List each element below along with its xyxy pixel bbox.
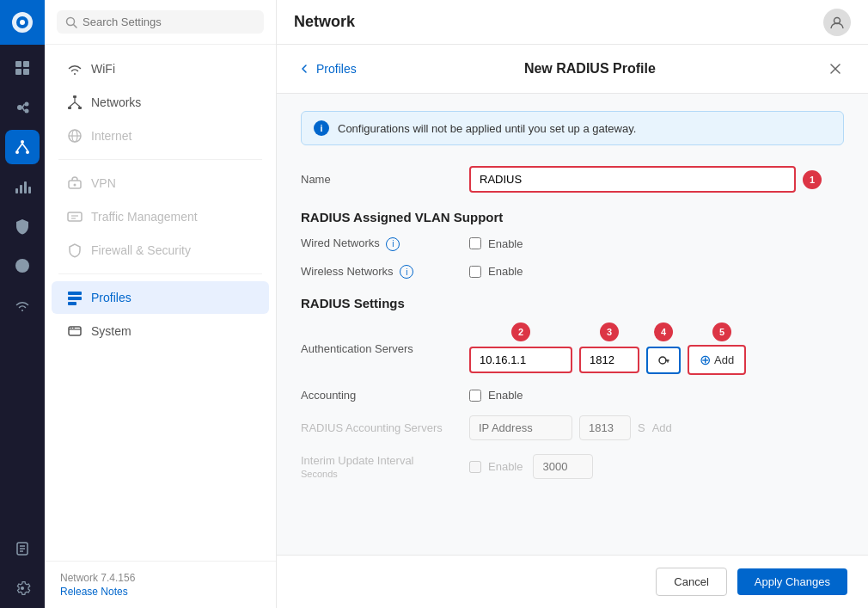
sidebar-icon-notes[interactable] — [5, 531, 40, 566]
app-title: Network — [294, 13, 813, 31]
accounting-control: Enable — [469, 389, 844, 402]
sidebar-footer: Network 7.4.156 Release Notes — [45, 561, 276, 608]
sidebar-icon-settings[interactable] — [5, 571, 40, 605]
sidebar-item-traffic[interactable]: Traffic Management — [52, 200, 269, 233]
breadcrumb-back-icon — [297, 62, 311, 76]
auth-ip-input[interactable] — [469, 347, 572, 373]
accounting-row: Accounting Enable — [301, 389, 844, 402]
wireless-networks-row: Wireless Networks i Enable — [301, 265, 844, 279]
app-logo — [0, 0, 45, 45]
auth-server-inputs: ⊕ Add — [469, 345, 844, 375]
sidebar-item-system[interactable]: System — [52, 315, 269, 347]
svg-rect-4 — [23, 61, 29, 67]
svg-point-13 — [15, 150, 19, 154]
interim-control: Enable — [469, 454, 844, 479]
sidebar-item-traffic-label: Traffic Management — [91, 210, 198, 224]
wireless-enable-label[interactable]: Enable — [488, 265, 523, 278]
breadcrumb[interactable]: Profiles — [297, 62, 357, 76]
svg-rect-47 — [69, 327, 81, 335]
icon-bar — [0, 0, 45, 608]
auth-servers-label: Authentication Servers — [301, 342, 455, 355]
accounting-enable-checkbox[interactable] — [469, 390, 481, 402]
sidebar-item-profiles[interactable]: Profiles — [52, 281, 269, 314]
wireless-tooltip-icon[interactable]: i — [400, 265, 413, 279]
svg-line-11 — [22, 107, 25, 111]
sidebar-item-vpn[interactable]: VPN — [52, 167, 269, 200]
sidebar-icon-security[interactable] — [5, 209, 40, 243]
step-3-badge: 3 — [600, 322, 619, 341]
panel-close-button[interactable] — [823, 57, 847, 81]
nav-divider-2 — [58, 273, 262, 274]
interim-label: Interim Update Interval Seconds — [301, 454, 455, 479]
apply-changes-button[interactable]: Apply Changes — [737, 568, 847, 595]
svg-rect-3 — [15, 61, 21, 67]
add-server-button[interactable]: ⊕ Add — [688, 345, 746, 375]
svg-line-29 — [74, 24, 77, 28]
svg-line-10 — [22, 104, 25, 107]
section-vlan-title: RADIUS Assigned VLAN Support — [301, 210, 844, 224]
auth-servers-row: Authentication Servers 2 3 4 — [301, 322, 844, 375]
sidebar-item-networks-label: Networks — [91, 95, 141, 109]
wireless-enable-checkbox[interactable] — [469, 266, 481, 278]
sidebar-icon-devices[interactable] — [5, 90, 40, 125]
svg-rect-23 — [21, 268, 23, 270]
auth-port-input[interactable] — [579, 347, 639, 373]
sidebar-item-networks[interactable]: Networks — [52, 86, 269, 119]
nav-divider — [58, 159, 262, 160]
svg-rect-46 — [68, 302, 76, 305]
search-input[interactable] — [83, 15, 255, 28]
svg-point-8 — [25, 102, 29, 107]
sidebar-icon-stats[interactable] — [5, 169, 40, 204]
name-row: Name 1 — [301, 166, 844, 193]
release-notes-link[interactable]: Release Notes — [60, 586, 260, 598]
sidebar-item-firewall-label: Firewall & Security — [91, 243, 191, 257]
wired-tooltip-icon[interactable]: i — [386, 237, 400, 251]
svg-rect-44 — [68, 292, 82, 295]
user-avatar[interactable] — [823, 9, 851, 36]
networks-nav-icon — [67, 95, 83, 110]
main-content: Network Profiles New RADIUS Profile — [277, 0, 868, 608]
wired-enable-label[interactable]: Enable — [488, 237, 523, 250]
sidebar-item-wifi[interactable]: WiFi — [52, 52, 269, 85]
sidebar-item-internet[interactable]: Internet — [52, 120, 269, 152]
svg-rect-45 — [68, 297, 82, 300]
radius-accounting-row: RADIUS Accounting Servers S Add — [301, 415, 844, 440]
wireless-enable-control: Enable — [469, 265, 844, 278]
sidebar-item-profiles-label: Profiles — [91, 291, 131, 304]
panel: Profiles New RADIUS Profile i Configurat… — [277, 45, 868, 608]
wired-enable-checkbox[interactable] — [469, 237, 481, 249]
step-4-badge: 4 — [654, 322, 673, 341]
sidebar-nav: WiFi Networks Internet — [45, 45, 276, 561]
svg-point-49 — [70, 328, 72, 329]
wired-networks-label: Wired Networks i — [301, 236, 455, 251]
accounting-enable-label[interactable]: Enable — [488, 389, 523, 402]
auth-secret-input-wrapper[interactable] — [646, 347, 681, 374]
sidebar-icon-wifi[interactable] — [5, 288, 40, 322]
svg-rect-5 — [15, 69, 21, 75]
wireless-networks-label: Wireless Networks i — [301, 265, 455, 279]
secret-key-icon — [657, 353, 670, 367]
svg-rect-41 — [68, 212, 82, 221]
plus-icon: ⊕ — [700, 352, 711, 368]
vpn-nav-icon — [67, 175, 83, 191]
wired-networks-row: Wired Networks i Enable — [301, 236, 844, 251]
panel-body: i Configurations will not be applied unt… — [277, 94, 868, 555]
sidebar-icon-alerts[interactable] — [5, 249, 40, 283]
accounting-label: Accounting — [301, 389, 455, 402]
interim-row: Interim Update Interval Seconds Enable — [301, 454, 844, 479]
sidebar-item-firewall[interactable]: Firewall & Security — [52, 234, 269, 267]
sidebar-icon-dashboard[interactable] — [5, 51, 40, 85]
name-input[interactable] — [469, 166, 796, 193]
section-radius-title: RADIUS Settings — [301, 296, 844, 310]
sidebar-icon-network[interactable] — [5, 130, 40, 164]
version-label: Network 7.4.156 — [60, 572, 260, 584]
accounting-port-input — [579, 415, 631, 440]
svg-point-2 — [20, 20, 25, 25]
svg-point-14 — [26, 150, 29, 154]
system-nav-icon — [67, 323, 83, 339]
svg-rect-18 — [20, 185, 22, 193]
cancel-button[interactable]: Cancel — [656, 568, 726, 596]
profiles-nav-icon — [67, 290, 83, 305]
svg-line-35 — [75, 102, 80, 107]
interim-enable-label: Enable — [488, 460, 523, 473]
